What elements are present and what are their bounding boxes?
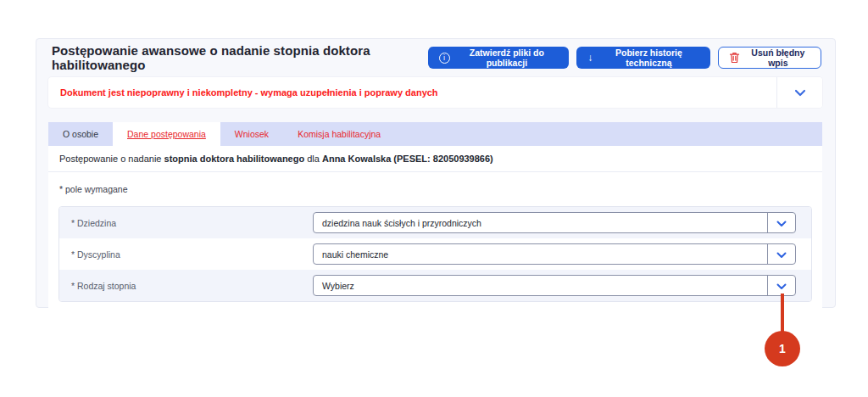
validation-alert-message: Dokument jest niepoprawny i niekompletny… <box>48 87 438 98</box>
delete-entry-label: Usuń błędny wpis <box>746 48 810 68</box>
form-row-dziedzina: * Dziedzina dziedzina nauk ścisłych i pr… <box>59 207 811 238</box>
validation-alert: Dokument jest niepoprawny i niekompletny… <box>48 77 822 108</box>
card-header: Postępowanie awansowe o nadanie stopnia … <box>36 39 835 76</box>
tab-content: Postępowanie o nadanie stopnia doktora h… <box>48 146 822 318</box>
heading-connector: dla <box>307 154 320 164</box>
dziedzina-select-toggle[interactable] <box>767 213 795 232</box>
dziedzina-select-value: dziedzina nauk ścisłych i przyrodniczych <box>314 213 767 232</box>
rodzaj-stopnia-label: * Rodzaj stopnia <box>71 281 313 291</box>
procedure-card: Postępowanie awansowe o nadanie stopnia … <box>36 38 836 308</box>
approve-files-label: Zatwierdź pliki do publikacji <box>456 48 559 68</box>
approve-files-button[interactable]: Zatwierdź pliki do publikacji <box>428 47 570 69</box>
dyscyplina-label: * Dyscyplina <box>71 249 313 260</box>
annotation-step-badge: 1 <box>765 331 800 366</box>
page-title: Postępowanie awansowe o nadanie stopnia … <box>52 43 428 72</box>
chevron-down-icon <box>776 278 787 294</box>
tab-dane-postepowania[interactable]: Dane postępowania <box>113 122 220 146</box>
download-icon <box>587 53 593 63</box>
dyscyplina-select-value: nauki chemiczne <box>314 244 767 264</box>
info-icon <box>439 53 450 64</box>
heading-prefix: Postępowanie o nadanie <box>59 154 161 164</box>
dyscyplina-select[interactable]: nauki chemiczne <box>313 243 796 265</box>
tab-wniosek[interactable]: Wniosek <box>220 122 283 146</box>
chevron-down-icon <box>794 85 806 100</box>
chevron-down-icon <box>776 215 787 231</box>
trash-icon <box>729 52 740 64</box>
rodzaj-stopnia-select-value: Wybierz <box>314 276 767 295</box>
annotation-pointer-line <box>781 294 784 334</box>
rodzaj-stopnia-select-toggle[interactable] <box>767 276 795 295</box>
download-history-label: Pobierz historię techniczną <box>598 48 698 68</box>
required-fields-note: * pole wymagane <box>48 172 822 204</box>
heading-degree: stopnia doktora habilitowanego <box>164 154 305 164</box>
tab-komisja-habilitacyjna[interactable]: Komisja habilitacyjna <box>283 122 395 146</box>
dziedzina-select[interactable]: dziedzina nauk ścisłych i przyrodniczych <box>313 212 796 233</box>
form-row-rodzaj-stopnia: * Rodzaj stopnia Wybierz <box>59 270 811 301</box>
alert-expand-button[interactable] <box>776 77 822 108</box>
chevron-down-icon <box>776 247 787 262</box>
procedure-form: * Dziedzina dziedzina nauk ścisłych i pr… <box>58 206 812 302</box>
header-actions: Zatwierdź pliki do publikacji Pobierz hi… <box>428 47 822 69</box>
dyscyplina-select-toggle[interactable] <box>767 244 795 264</box>
heading-person: Anna Kowalska (PESEL: 82050939866) <box>322 154 493 164</box>
tab-bar: O osobie Dane postępowania Wniosek Komis… <box>48 122 822 146</box>
tab-o-osobie[interactable]: O osobie <box>48 122 113 146</box>
download-history-button[interactable]: Pobierz historię techniczną <box>576 47 709 69</box>
form-row-dyscyplina: * Dyscyplina nauki chemiczne <box>59 238 811 270</box>
dziedzina-label: * Dziedzina <box>71 218 313 228</box>
procedure-heading: Postępowanie o nadanie stopnia doktora h… <box>48 146 822 172</box>
delete-entry-button[interactable]: Usuń błędny wpis <box>718 47 821 69</box>
rodzaj-stopnia-select[interactable]: Wybierz <box>313 275 796 296</box>
